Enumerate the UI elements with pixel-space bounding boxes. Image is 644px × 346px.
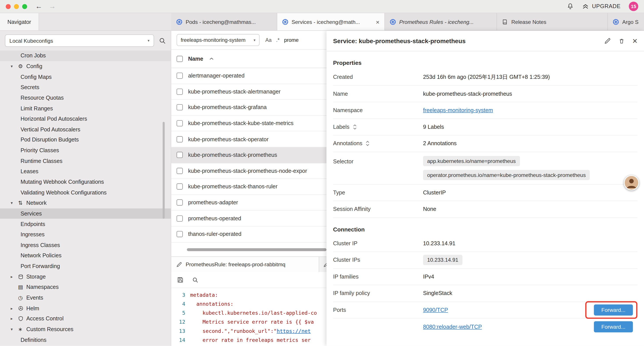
table-row[interactable]: kube-prometheus-stack-thanos-ruler — [171, 179, 326, 195]
sidebar-item-cron-jobs[interactable]: Cron Jobs — [0, 50, 171, 61]
sidebar-item-resource-quotas[interactable]: Resource Quotas — [0, 93, 171, 103]
tab-services[interactable]: Services - icecheng@math... × — [277, 13, 385, 30]
sidebar-item-ingresses[interactable]: Ingresses — [0, 229, 171, 240]
table-row[interactable]: kube-prometheus-stack-grafana — [171, 100, 326, 116]
table-row[interactable]: alertmanager-operated — [171, 68, 326, 84]
port-link-9090[interactable]: 9090/TCP — [423, 307, 448, 313]
notification-count-badge[interactable]: 15 — [629, 1, 638, 11]
row-checkbox[interactable] — [177, 152, 183, 158]
sidebar-item-priority-classes[interactable]: Priority Classes — [0, 145, 171, 156]
table-row[interactable]: prometheus-adapter — [171, 195, 326, 211]
yaml-editor[interactable]: 3 4 5 12 13 14 metadata: annotations: ku… — [171, 288, 326, 346]
forward-button-9090[interactable]: Forward... — [594, 304, 633, 316]
horizontal-scrollbar[interactable] — [187, 248, 326, 251]
tab-prometheus-rules[interactable]: Prometheus Rules - icecheng... — [385, 13, 497, 30]
dock-tab-partial[interactable] — [319, 257, 326, 272]
user-avatar[interactable] — [624, 175, 639, 190]
namespace-filter-select[interactable]: freeleaps-monitoring-system ▾ — [177, 34, 260, 46]
sidebar-item-helm[interactable]: ▸ Helm — [0, 303, 171, 313]
trash-icon[interactable] — [618, 37, 624, 44]
row-checkbox[interactable] — [177, 215, 183, 221]
tab-argo[interactable]: Argo S — [608, 13, 644, 30]
row-checkbox[interactable] — [177, 104, 183, 111]
row-checkbox[interactable] — [177, 89, 183, 95]
table-row[interactable]: kube-prometheus-stack-prometheus-node-ex… — [171, 163, 326, 179]
table-row[interactable]: prometheus-operated — [171, 211, 326, 226]
match-case-toggle[interactable]: Aa — [265, 37, 272, 43]
sort-asc-icon[interactable] — [209, 57, 214, 60]
sidebar-item-limit-ranges[interactable]: Limit Ranges — [0, 103, 171, 114]
sidebar-item-events[interactable]: ◷ Events — [0, 292, 171, 303]
row-checkbox[interactable] — [177, 231, 183, 237]
save-icon[interactable] — [177, 277, 184, 283]
sidebar-item-pod-disruption-budgets[interactable]: Pod Disruption Budgets — [0, 135, 171, 145]
sidebar-item-config-maps[interactable]: Config Maps — [0, 72, 171, 82]
sidebar-item-services[interactable]: Services — [0, 208, 171, 219]
close-tab-icon[interactable]: × — [374, 18, 380, 25]
table-row[interactable]: kube-prometheus-stack-operator — [171, 131, 326, 147]
sidebar-item-port-forwarding[interactable]: Port Forwarding — [0, 261, 171, 271]
dock-tab-prometheusrule[interactable]: PrometheusRule: freeleaps-prod-rabbitmq — [171, 257, 319, 272]
row-checkbox[interactable] — [177, 184, 183, 190]
sidebar-item-leases[interactable]: Leases — [0, 166, 171, 177]
upgrade-button[interactable]: UPGRADE — [582, 3, 620, 10]
config-icon: ⚙ — [18, 63, 26, 69]
port-link-8080[interactable]: 8080:reloader-web/TCP — [423, 324, 482, 330]
tab-release-notes[interactable]: Release Notes — [497, 13, 608, 30]
back-icon[interactable]: ← — [35, 2, 42, 10]
table-row[interactable]: thanos-ruler-operated — [171, 226, 326, 242]
sidebar-item-namespaces[interactable]: ▤ Namespaces — [0, 282, 171, 292]
sidebar-scrollbar[interactable] — [163, 122, 164, 219]
chevron-down-icon[interactable]: ▾ — [11, 64, 18, 68]
expand-collapse-icon[interactable] — [353, 124, 357, 129]
row-checkbox[interactable] — [177, 136, 183, 142]
sidebar-item-network-policies[interactable]: Network Policies — [0, 250, 171, 261]
bell-icon[interactable] — [567, 3, 574, 10]
search-icon[interactable] — [159, 37, 166, 44]
table-row[interactable]: kube-prometheus-stack-alertmanager — [171, 84, 326, 100]
forward-icon[interactable]: → — [49, 2, 56, 10]
chevron-down-icon[interactable]: ▾ — [11, 201, 18, 205]
chevron-down-icon[interactable]: ▾ — [11, 327, 18, 332]
search-icon[interactable] — [192, 277, 198, 283]
sidebar-item-horizontal-pod-autoscalers[interactable]: Horizontal Pod Autoscalers — [0, 114, 171, 124]
search-input[interactable]: prome — [284, 37, 298, 43]
sidebar-item-ingress-classes[interactable]: Ingress Classes — [0, 240, 171, 250]
chevron-right-icon[interactable]: ▸ — [11, 317, 18, 321]
edit-icon[interactable] — [604, 37, 611, 44]
sidebar-item-mutating-webhook-configurations[interactable]: Mutating Webhook Configurations — [0, 177, 171, 187]
tab-pods[interactable]: Pods - icecheng@mathmas... — [171, 13, 277, 30]
row-checkbox[interactable] — [177, 200, 183, 206]
sidebar-item-vertical-pod-autoscalers[interactable]: Vertical Pod Autoscalers — [0, 124, 171, 135]
select-all-checkbox[interactable] — [177, 56, 183, 62]
maximize-window-button[interactable] — [22, 4, 27, 9]
expand-collapse-icon[interactable] — [366, 141, 370, 146]
sidebar-item-endpoints[interactable]: Endpoints — [0, 219, 171, 229]
sidebar-item-network[interactable]: ▾ ⇅ Network — [0, 198, 171, 208]
chevron-right-icon[interactable]: ▸ — [11, 306, 18, 311]
close-window-button[interactable] — [6, 4, 10, 9]
sidebar-item-config[interactable]: ▾ ⚙ Config — [0, 61, 171, 72]
row-checkbox[interactable] — [177, 73, 183, 79]
name-column-header[interactable]: Name — [188, 56, 203, 62]
table-row-selected[interactable]: kube-prometheus-stack-prometheus — [171, 147, 326, 163]
namespace-link[interactable]: freeleaps-monitoring-system — [423, 107, 493, 113]
sidebar-item-secrets[interactable]: Secrets — [0, 82, 171, 93]
sidebar-item-storage[interactable]: ▸ Storage — [0, 271, 171, 282]
close-drawer-icon[interactable]: × — [632, 36, 638, 45]
table-row[interactable]: kube-prometheus-stack-kube-state-metrics — [171, 116, 326, 131]
row-checkbox[interactable] — [177, 168, 183, 174]
sidebar-item-custom-resources[interactable]: ▾ ∗ Custom Resources — [0, 324, 171, 335]
sidebar-item-validating-webhook-configurations[interactable]: Validating Webhook Configurations — [0, 187, 171, 198]
editor-code[interactable]: metadata: annotations: kubectl.kubernete… — [190, 291, 326, 346]
forward-button-8080[interactable]: Forward... — [594, 321, 633, 333]
row-checkbox[interactable] — [177, 120, 183, 126]
sidebar-item-runtime-classes[interactable]: Runtime Classes — [0, 156, 171, 166]
sidebar-item-access-control[interactable]: ▸ Access Control — [0, 314, 171, 324]
sidebar-item-definitions[interactable]: Definitions — [0, 335, 171, 345]
navigator-tab[interactable]: Navigator — [0, 13, 39, 30]
kubeconfig-selector[interactable]: Local Kubeconfigs ▾ — [5, 34, 154, 47]
minimize-window-button[interactable] — [14, 4, 19, 9]
regex-toggle[interactable]: .* — [276, 37, 280, 43]
chevron-right-icon[interactable]: ▸ — [11, 274, 18, 279]
